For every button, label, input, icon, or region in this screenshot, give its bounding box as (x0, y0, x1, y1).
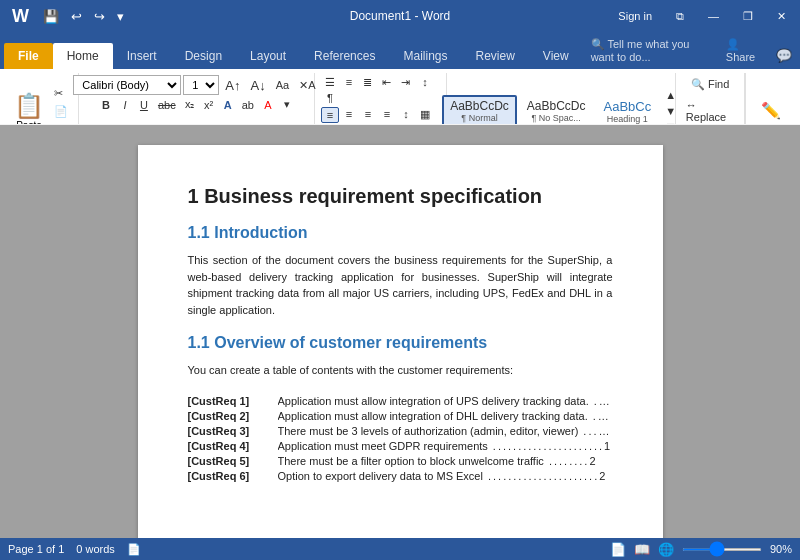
page-info: Page 1 of 1 (8, 543, 64, 556)
zoom-level[interactable]: 90% (770, 543, 792, 555)
quick-access-toolbar: 💾 ↩ ↪ ▾ (39, 7, 128, 26)
multilevel-btn[interactable]: ≣ (359, 75, 377, 90)
font-size-selector[interactable]: 12 (183, 75, 219, 95)
shading-btn[interactable]: ▦ (416, 107, 434, 123)
view-web-icon[interactable]: 🌐 (658, 542, 674, 557)
subscript-btn[interactable]: x₂ (181, 97, 199, 112)
close-btn[interactable]: ✕ (771, 8, 792, 25)
editing-mode-icon: ✏️ (761, 101, 781, 120)
strikethrough-btn[interactable]: abc (154, 98, 180, 112)
comments-btn[interactable]: 💬 (768, 42, 800, 69)
text-effects-btn[interactable]: A (219, 98, 237, 112)
decrease-indent-btn[interactable]: ⇤ (378, 75, 396, 90)
justify-btn[interactable]: ≡ (378, 107, 396, 123)
view-read-icon[interactable]: 📖 (634, 542, 650, 557)
doc-h2-intro: 1.1 Introduction (188, 224, 613, 242)
superscript-btn[interactable]: x² (200, 98, 218, 112)
redo-qat-btn[interactable]: ↪ (90, 7, 109, 26)
find-btn[interactable]: 🔍 Find (687, 75, 733, 94)
share-btn[interactable]: 👤 Share (718, 32, 768, 69)
tab-file[interactable]: File (4, 43, 53, 69)
replace-btn[interactable]: ↔ Replace (682, 96, 739, 126)
style-heading1-btn[interactable]: AaBbCc Heading 1 (596, 95, 660, 128)
title-bar: W 💾 ↩ ↪ ▾ Document1 - Word Sign in ⧉ — ❒… (0, 0, 800, 32)
copy-btn[interactable]: 📄 (50, 103, 72, 120)
doc-heading1: 1 Business requirement specification (188, 185, 613, 208)
underline-btn[interactable]: U (135, 98, 153, 112)
app-title: Document1 - Word (350, 9, 450, 23)
tab-layout[interactable]: Layout (236, 43, 300, 69)
word-logo-icon: W (8, 6, 33, 27)
align-center-btn[interactable]: ≡ (340, 107, 358, 123)
change-case-btn[interactable]: Aa (272, 78, 293, 92)
cut-btn[interactable]: ✂ (50, 85, 72, 102)
document-page: 1 Business requirement specification 1.1… (138, 145, 663, 538)
tab-review[interactable]: Review (461, 43, 528, 69)
restore-window-icon[interactable]: ⧉ (670, 8, 690, 25)
maximize-btn[interactable]: ❒ (737, 8, 759, 25)
italic-btn[interactable]: I (116, 98, 134, 112)
tab-home[interactable]: Home (53, 43, 113, 69)
toc-item-5: [CustReq 5] There must be a filter optio… (188, 455, 613, 467)
minimize-btn[interactable]: — (702, 8, 725, 24)
view-normal-icon[interactable]: 📄 (610, 542, 626, 557)
toc-item-4: [CustReq 4] Application must meet GDPR r… (188, 440, 613, 452)
show-marks-btn[interactable]: ¶ (321, 91, 339, 105)
toc-list: [CustReq 1] Application must allow integ… (188, 395, 613, 482)
title-bar-right: Sign in ⧉ — ❒ ✕ (612, 8, 792, 25)
undo-qat-btn[interactable]: ↩ (67, 7, 86, 26)
increase-indent-btn[interactable]: ⇥ (397, 75, 415, 90)
increase-font-btn[interactable]: A↑ (221, 77, 244, 94)
font-dropdown-btn[interactable]: ▾ (278, 97, 296, 112)
numbering-btn[interactable]: ≡ (340, 75, 358, 90)
document-area[interactable]: 1 Business requirement specification 1.1… (0, 125, 800, 538)
doc-intro-body: This section of the document covers the … (188, 252, 613, 318)
tab-design[interactable]: Design (171, 43, 236, 69)
tab-mailings[interactable]: Mailings (389, 43, 461, 69)
ribbon-tab-bar: File Home Insert Design Layout Reference… (0, 32, 800, 69)
status-right: 📄 📖 🌐 90% (610, 542, 792, 557)
tab-references[interactable]: References (300, 43, 389, 69)
zoom-slider[interactable] (682, 548, 762, 551)
customize-qat-btn[interactable]: ▾ (113, 7, 128, 26)
line-spacing-btn[interactable]: ↕ (397, 107, 415, 123)
toc-item-6: [CustReq 6] Option to export delivery da… (188, 470, 613, 482)
tab-view[interactable]: View (529, 43, 583, 69)
save-qat-btn[interactable]: 💾 (39, 7, 63, 26)
word-count: 0 words (76, 543, 115, 556)
title-bar-left: W 💾 ↩ ↪ ▾ (8, 6, 128, 27)
font-name-selector[interactable]: Calibri (Body) (73, 75, 181, 95)
bold-btn[interactable]: B (97, 98, 115, 112)
sign-in-btn[interactable]: Sign in (612, 8, 658, 24)
text-highlight-btn[interactable]: ab (238, 98, 258, 112)
toc-item-3: [CustReq 3] There must be 3 levels of au… (188, 425, 613, 437)
toc-item-1: [CustReq 1] Application must allow integ… (188, 395, 613, 407)
doc-overview-body: You can create a table of contents with … (188, 362, 613, 379)
font-color-btn[interactable]: A (259, 98, 277, 112)
decrease-font-btn[interactable]: A↓ (247, 77, 270, 94)
toc-item-2: [CustReq 2] Application must allow integ… (188, 410, 613, 422)
align-left-btn[interactable]: ≡ (321, 107, 339, 123)
style-no-spacing-btn[interactable]: AaBbCcDc ¶ No Spac... (519, 95, 594, 127)
align-right-btn[interactable]: ≡ (359, 107, 377, 123)
tab-insert[interactable]: Insert (113, 43, 171, 69)
sort-btn[interactable]: ↕ (416, 75, 434, 90)
style-normal-btn[interactable]: AaBbCcDc ¶ Normal (442, 95, 517, 127)
status-bar: Page 1 of 1 0 words 📄 📄 📖 🌐 90% (0, 538, 800, 560)
bullets-btn[interactable]: ☰ (321, 75, 339, 90)
doc-h2-overview: 1.1 Overview of customer requirements (188, 334, 613, 352)
status-left: Page 1 of 1 0 words 📄 (8, 543, 141, 556)
tell-me-btn[interactable]: 🔍 Tell me what you want to do... (583, 32, 718, 69)
proofing-icon[interactable]: 📄 (127, 543, 141, 556)
